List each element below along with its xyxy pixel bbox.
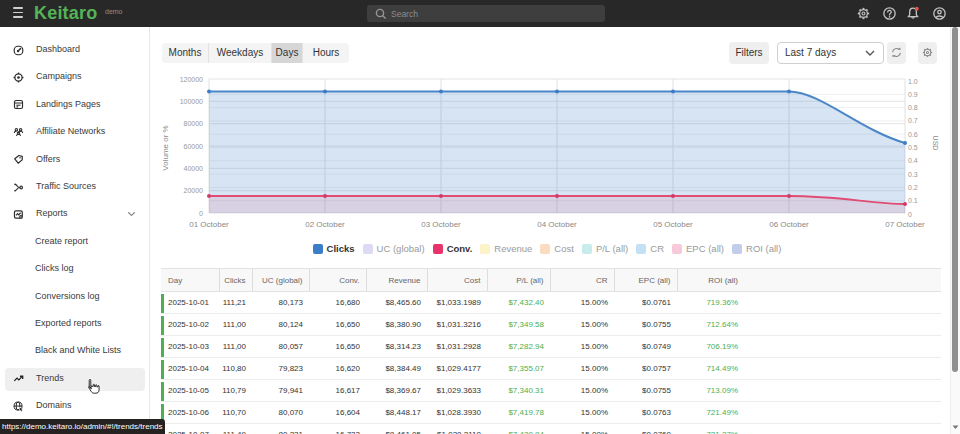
svg-text:01 October: 01 October [189, 220, 229, 229]
svg-text:0.2: 0.2 [908, 184, 918, 191]
svg-text:0.1: 0.1 [908, 197, 918, 204]
svg-text:1.0: 1.0 [908, 78, 918, 85]
svg-text:05 October: 05 October [653, 220, 693, 229]
svg-text:07 October: 07 October [885, 220, 925, 229]
svg-text:0.9: 0.9 [908, 91, 918, 98]
svg-text:USD: USD [932, 136, 939, 151]
svg-text:40000: 40000 [184, 165, 204, 172]
svg-text:60000: 60000 [184, 143, 204, 150]
svg-text:0: 0 [199, 210, 203, 217]
svg-text:0.4: 0.4 [908, 157, 918, 164]
svg-text:0: 0 [908, 211, 912, 218]
svg-text:03 October: 03 October [421, 220, 461, 229]
svg-text:0.6: 0.6 [908, 131, 918, 138]
svg-text:0.3: 0.3 [908, 171, 918, 178]
svg-text:06 October: 06 October [769, 220, 809, 229]
svg-text:80000: 80000 [184, 120, 204, 127]
svg-text:120000: 120000 [180, 76, 203, 83]
svg-text:100000: 100000 [180, 98, 203, 105]
svg-text:0.8: 0.8 [908, 104, 918, 111]
svg-text:04 October: 04 October [537, 220, 577, 229]
svg-text:20000: 20000 [184, 187, 204, 194]
svg-text:Volume or %: Volume or % [161, 125, 170, 170]
svg-text:0.5: 0.5 [908, 144, 918, 151]
svg-text:02 October: 02 October [305, 220, 345, 229]
svg-text:0.7: 0.7 [908, 117, 918, 124]
